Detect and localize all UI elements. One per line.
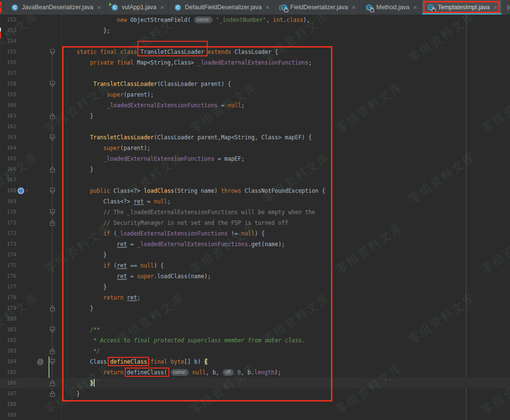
code-line[interactable]: 164 super(parent); [0, 143, 510, 153]
code-line[interactable]: 172 if (_loadedExternalExtensionFunction… [0, 228, 510, 239]
code-line[interactable]: 161 } [0, 111, 510, 121]
code-line[interactable]: 162 [0, 121, 510, 132]
fold-marker-icon[interactable] [49, 326, 55, 333]
class-circle-icon: C [175, 4, 181, 11]
line-number: 159 [7, 89, 26, 100]
editor-tab[interactable]: CvulApp1.java× [106, 0, 169, 15]
code-line[interactable]: 187 } [0, 388, 510, 399]
code-text: static final class TransletClassLoader e… [63, 47, 278, 57]
code-line[interactable]: 189 [0, 410, 510, 420]
code-line[interactable]: 170 // The _loadedExternalExtensionFunct… [0, 207, 510, 218]
close-tab-icon[interactable]: × [265, 4, 269, 11]
code-line[interactable]: 184@ Class defineClass(final byte[] b) { [0, 356, 510, 367]
fold-marker-icon[interactable] [49, 134, 55, 141]
annotation-gutter-icon[interactable]: @ [37, 356, 44, 367]
fold-marker-icon[interactable] [49, 219, 55, 226]
fold-marker-icon[interactable] [49, 209, 55, 216]
code-line[interactable]: 179 } [0, 303, 510, 314]
code-line[interactable]: 153 }; [0, 25, 510, 36]
fold-marker-icon[interactable] [49, 348, 55, 354]
code-line[interactable]: 163 TransletClassLoader(ClassLoader pare… [0, 132, 510, 143]
close-tab-icon[interactable]: × [352, 4, 356, 11]
code-line[interactable]: 183 */ [0, 346, 510, 356]
line-number: 183 [7, 346, 26, 356]
close-tab-icon[interactable]: × [160, 4, 164, 11]
override-method-icon[interactable]: O [17, 187, 24, 194]
parameter-hint: name: [171, 369, 189, 376]
line-number: 178 [7, 292, 26, 303]
fold-marker-icon[interactable] [49, 305, 55, 312]
fold-marker-icon[interactable] [49, 113, 55, 119]
code-editor[interactable]: 152 new ObjectStreamField( name: "_inden… [0, 15, 510, 420]
close-tab-icon[interactable]: × [413, 4, 417, 11]
line-number: 182 [7, 335, 26, 346]
code-line[interactable]: 160 _loadedExternalExtensionFunctions = … [0, 100, 510, 111]
fold-marker-icon[interactable] [49, 390, 55, 397]
code-line[interactable]: 177 } [0, 282, 510, 292]
red-annotated-token: defineClass( [127, 369, 167, 376]
line-number: 171 [7, 218, 26, 228]
code-line[interactable]: 156 private final Map<String,Class> _loa… [0, 57, 510, 68]
code-line[interactable]: 168O↑ public Class<?> loadClass(String n… [0, 185, 510, 196]
code-line[interactable]: 188 [0, 399, 510, 410]
code-line[interactable]: 171 // SecurityManager is not set and th… [0, 218, 510, 228]
code-text: if (ret == null) { [63, 260, 164, 271]
fold-marker-icon[interactable] [49, 81, 55, 87]
fold-marker-icon[interactable] [49, 166, 55, 173]
fold-marker-icon[interactable] [49, 358, 55, 365]
code-line[interactable]: 178 return ret; [0, 292, 510, 303]
code-line[interactable]: 152 new ObjectStreamField( name: "_inden… [0, 15, 510, 25]
code-line[interactable]: 182 * Access to final protected supercla… [0, 335, 510, 346]
code-line[interactable]: 165 _loadedExternalExtensionFunctions = … [0, 153, 510, 164]
fold-marker-icon[interactable] [49, 380, 55, 386]
code-line[interactable]: 181 /** [0, 324, 510, 335]
code-line[interactable]: 166 } [0, 164, 510, 175]
line-number: 156 [7, 57, 26, 68]
editor-tab[interactable]: (CClass [502, 0, 510, 15]
code-line[interactable]: 176 ret = super.loadClass(name); [0, 271, 510, 282]
code-line[interactable]: 173 ret = _loadedExternalExtensionFuncti… [0, 239, 510, 250]
class-icon: C [174, 3, 182, 11]
code-line[interactable]: 155 static final class TransletClassLoad… [0, 47, 510, 57]
line-number: 152 [7, 15, 26, 25]
tab-label: JavaBeanDeserializer.java [22, 4, 93, 11]
code-text: } [63, 164, 93, 175]
code-line[interactable]: 175 if (ret == null) { [0, 260, 510, 271]
code-line[interactable]: 174 } [0, 250, 510, 260]
code-line[interactable]: 154 [0, 36, 510, 47]
code-line[interactable]: 169 Class<?> ret = null; [0, 196, 510, 207]
code-line[interactable]: 157 [0, 68, 510, 79]
code-text: /** [63, 324, 100, 335]
editor-tab[interactable]: CDefaultFieldDeserializer.java× [169, 0, 274, 15]
editor-tab[interactable]: CJavaBeanDeserializer.java× [6, 0, 106, 15]
text-caret [94, 379, 95, 386]
editor-tab[interactable]: CTemplatesImpl.java× [422, 0, 502, 15]
editor-tab[interactable]: CMethod.java× [360, 0, 422, 15]
line-number: 172 [7, 228, 26, 239]
code-text: } [63, 282, 107, 292]
close-tab-icon[interactable]: × [97, 4, 101, 11]
code-line[interactable]: 186 } [0, 378, 510, 388]
code-line[interactable]: 158 TransletClassLoader(ClassLoader pare… [0, 79, 510, 89]
code-line[interactable]: 159 super(parent); [0, 89, 510, 100]
code-text: // SecurityManager is not set and the FS… [63, 218, 288, 228]
code-text: private final Map<String,Class> _loadedE… [63, 57, 312, 68]
fold-marker-icon[interactable] [49, 49, 55, 55]
code-line[interactable]: 167 [0, 175, 510, 185]
line-number: 177 [7, 282, 26, 292]
class-circle-icon: C [12, 4, 18, 11]
code-text: ret = super.loadClass(name); [63, 271, 211, 282]
code-text: super(parent); [63, 89, 154, 100]
override-arrow-icon: ↑ [25, 186, 29, 196]
code-line[interactable]: 185 return defineClass( name: null, b, o… [0, 367, 510, 378]
close-tab-icon[interactable]: × [494, 4, 497, 11]
line-number: 175 [7, 260, 26, 271]
line-number: 188 [7, 399, 26, 410]
tab-label: vulApp1.java [122, 4, 157, 11]
code-line[interactable]: 180 [0, 314, 510, 324]
editor-tab[interactable]: (CFieldDeserializer.java× [274, 0, 360, 15]
line-number: 181 [7, 324, 26, 335]
fold-marker-icon[interactable] [49, 187, 55, 194]
code-text: }; [63, 25, 110, 36]
line-number: 184 [7, 356, 26, 367]
